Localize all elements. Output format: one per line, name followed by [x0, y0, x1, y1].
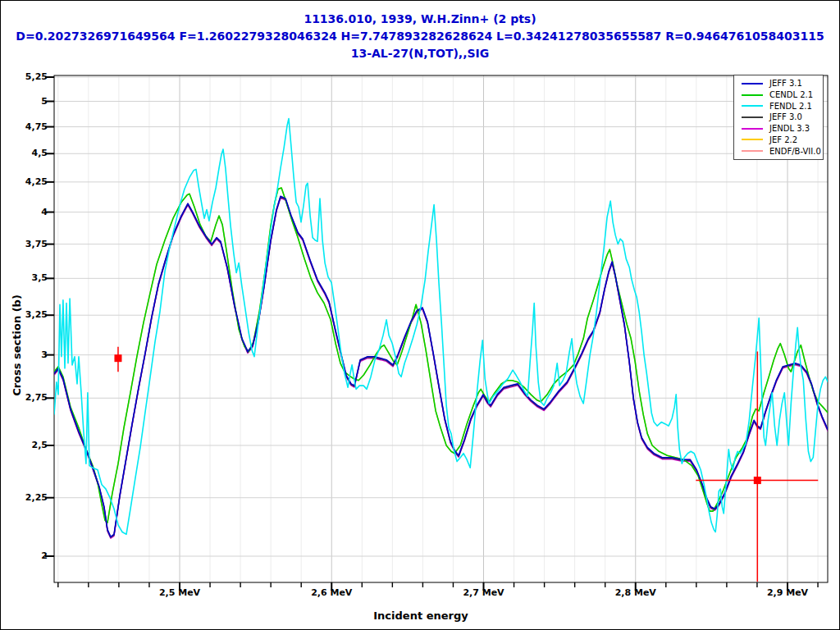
- x-axis-title: Incident energy: [373, 609, 468, 622]
- legend-label: JENDL 3.3: [769, 124, 810, 133]
- tick-marks: [45, 77, 818, 591]
- legend-entry: CENDL 2.1: [734, 90, 823, 100]
- series-FENDL-2.1: [54, 119, 828, 535]
- y-axis-title: Cross section (b): [11, 294, 23, 396]
- legend-entry: JEFF 3.0: [734, 112, 823, 122]
- series-lines: [54, 119, 828, 539]
- legend-label: ENDF/B-VII.0: [769, 147, 821, 156]
- data-point-marker: [754, 477, 761, 484]
- legend-line-swatch: [742, 94, 763, 96]
- legend-label: JEFF 3.1: [769, 79, 802, 88]
- legend-label: JEFF 3.0: [769, 112, 802, 121]
- plot-canvas[interactable]: [1, 1, 840, 630]
- data-point-marker: [114, 354, 121, 362]
- legend-entry: JEFF 3.1: [734, 79, 823, 89]
- plot-frame: [54, 75, 828, 582]
- legend-entry: FENDL 2.1: [734, 101, 823, 111]
- legend-label: JEF 2.2: [769, 135, 797, 144]
- legend-entry: JEF 2.2: [734, 135, 823, 144]
- legend-entry: JENDL 3.3: [734, 124, 823, 134]
- legend-line-swatch: [742, 128, 763, 130]
- legend-line-swatch: [742, 139, 763, 140]
- legend-line-swatch: [742, 83, 763, 84]
- experimental-points: [114, 347, 818, 582]
- legend-line-swatch: [742, 150, 763, 152]
- legend-line-swatch: [742, 116, 763, 118]
- legend: JEFF 3.1CENDL 2.1FENDL 2.1JEFF 3.0JENDL …: [733, 75, 824, 160]
- legend-label: CENDL 2.1: [769, 90, 813, 99]
- gridlines: [54, 75, 828, 582]
- plot-window: 11136.010, 1939, W.H.Zinn+ (2 pts) D=0.2…: [0, 0, 840, 630]
- series-JEFF-3.0: [54, 197, 828, 537]
- legend-entry: ENDF/B-VII.0: [734, 146, 823, 156]
- series-JENDL-3.3: [54, 198, 828, 538]
- legend-line-swatch: [742, 105, 763, 107]
- legend-label: FENDL 2.1: [769, 102, 812, 111]
